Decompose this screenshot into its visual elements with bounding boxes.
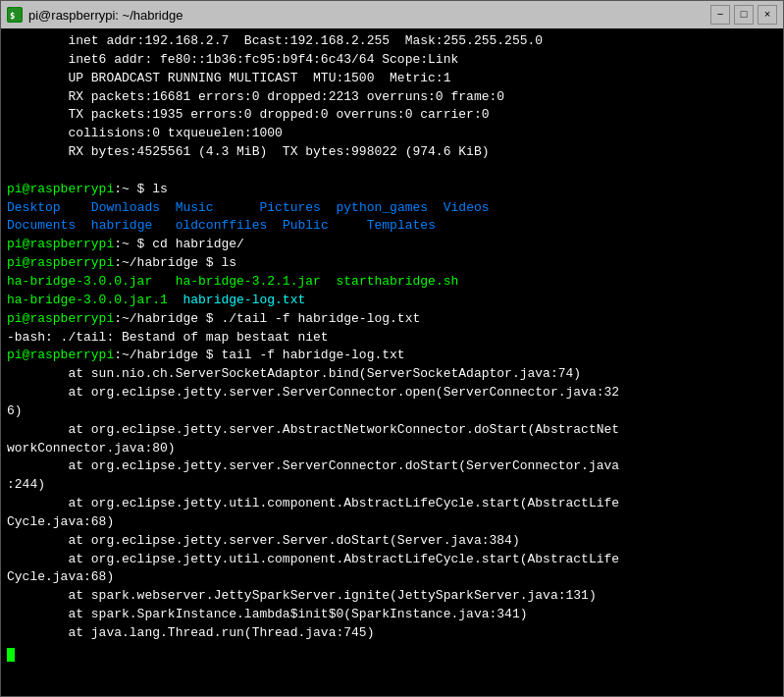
line-ls2-output1: ha-bridge-3.0.0.jar ha-bridge-3.2.1.jar … [7, 273, 777, 292]
line-blank1 [7, 162, 777, 181]
line-stack5: workConnector.java:80) [7, 440, 777, 458]
line-up: UP BROADCAST RUNNING MULTICAST MTU:1500 … [7, 70, 777, 88]
line-stack14: at spark.SparkInstance.lambda$init$0(Spa… [7, 606, 777, 624]
line-stack8: at org.eclipse.jetty.util.component.Abst… [7, 495, 777, 513]
line-prompt-tail2: pi@raspberrypi:~/habridge $ tail -f habr… [7, 347, 777, 365]
line-stack4: at org.eclipse.jetty.server.AbstractNetw… [7, 421, 777, 440]
line-prompt-tail1: pi@raspberrypi:~/habridge $ ./tail -f ha… [7, 310, 777, 329]
line-tx: TX packets:1935 errors:0 dropped:0 overr… [7, 106, 777, 125]
line-stack7: :244) [7, 476, 777, 495]
line-stack9: Cycle.java:68) [7, 513, 777, 532]
line-collisions: collisions:0 txqueuelen:1000 [7, 125, 777, 143]
line-rx: RX packets:16681 errors:0 dropped:2213 o… [7, 88, 777, 107]
line-cursor-line [7, 643, 777, 662]
line-ls-output2: Documents habridge oldconffiles Public T… [7, 217, 777, 236]
minimize-button[interactable]: − [710, 5, 730, 25]
line-stack1: at sun.nio.ch.ServerSocketAdaptor.bind(S… [7, 365, 777, 384]
line-bash-error: -bash: ./tail: Bestand of map bestaat ni… [7, 329, 777, 348]
titlebar: $ pi@raspberrypi: ~/habridge − □ × [1, 1, 783, 28]
line-stack11: at org.eclipse.jetty.util.component.Abst… [7, 551, 777, 569]
line-prompt-cd: pi@raspberrypi:~ $ cd habridge/ [7, 236, 777, 254]
line-ls-output1: Desktop Downloads Music Pictures python_… [7, 199, 777, 218]
svg-text:$: $ [10, 11, 15, 21]
line-stack13: at spark.webserver.JettySparkServer.igni… [7, 587, 777, 606]
window-controls: − □ × [710, 5, 777, 25]
terminal-window: $ pi@raspberrypi: ~/habridge − □ × inet … [0, 0, 784, 697]
line-rxbytes: RX bytes:4525561 (4.3 MiB) TX bytes:9980… [7, 143, 777, 162]
line-stack2: at org.eclipse.jetty.server.ServerConnec… [7, 384, 777, 402]
app-icon: $ [7, 7, 23, 23]
line-inet6: inet6 addr: fe80::1b36:fc95:b9f4:6c43/64… [7, 51, 777, 70]
line-inet: inet addr:192.168.2.7 Bcast:192.168.2.25… [7, 32, 777, 51]
line-stack12: Cycle.java:68) [7, 568, 777, 587]
line-stack10: at org.eclipse.jetty.server.Server.doSta… [7, 532, 777, 551]
titlebar-left: $ pi@raspberrypi: ~/habridge [7, 7, 183, 23]
line-stack3: 6) [7, 402, 777, 421]
line-prompt-ls: pi@raspberrypi:~ $ ls [7, 181, 777, 199]
line-stack6: at org.eclipse.jetty.server.ServerConnec… [7, 457, 777, 476]
line-prompt-ls2: pi@raspberrypi:~/habridge $ ls [7, 254, 777, 273]
terminal-body[interactable]: inet addr:192.168.2.7 Bcast:192.168.2.25… [1, 28, 783, 696]
line-ls2-output2: ha-bridge-3.0.0.jar.1 habridge-log.txt [7, 292, 777, 310]
close-button[interactable]: × [758, 5, 777, 25]
maximize-button[interactable]: □ [734, 5, 754, 25]
line-stack15: at java.lang.Thread.run(Thread.java:745) [7, 624, 777, 643]
window-title: pi@raspberrypi: ~/habridge [28, 8, 183, 23]
